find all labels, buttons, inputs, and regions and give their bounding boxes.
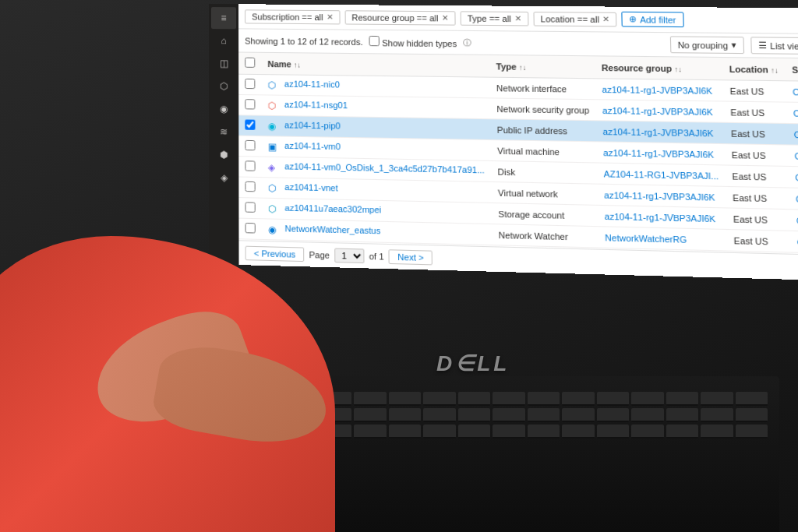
row-rg-cell: NetworkWatcherRG	[598, 227, 727, 251]
row-checkbox-3[interactable]	[245, 140, 255, 150]
show-hidden-checkbox[interactable]	[369, 36, 380, 46]
row-subscription-cell: CloudShare1	[786, 123, 798, 146]
type-filter[interactable]: Type == all ✕	[460, 11, 528, 26]
nav-icon-hex[interactable]: ⬢	[211, 143, 236, 166]
row-location-cell: East US	[727, 229, 791, 252]
records-info: Showing 1 to 12 of 12 records. Show hidd…	[245, 34, 471, 48]
row-location-cell: East US	[724, 122, 787, 145]
nav-icon-list[interactable]: ≋	[211, 121, 236, 143]
resource-rg-link-1[interactable]: az104-11-rg1-JVBP3AJI6K	[602, 105, 713, 117]
row-rg-cell: az104-11-rg1-JVBP3AJI6K	[598, 205, 727, 229]
nav-icon-menu[interactable]: ≡	[211, 7, 236, 29]
resource-rg-link-4[interactable]: AZ104-11-RG1-JVBP3AJI...	[604, 168, 719, 180]
nav-icon-home[interactable]: ⌂	[211, 30, 236, 51]
resource-type-icon-2: ◉	[268, 120, 279, 131]
row-subscription-cell: CloudShare1	[788, 166, 798, 188]
grouping-dropdown[interactable]: No grouping ▾	[670, 36, 744, 54]
location-filter-label: Location == all	[540, 14, 599, 24]
resource-name-link-3[interactable]: az104-11-vm0	[284, 141, 341, 152]
row-type-cell: Disk	[491, 160, 597, 184]
row-subscription-cell: CloudShare1	[789, 231, 798, 254]
resource-rg-link-3[interactable]: az104-11-rg1-JVBP3AJI6K	[603, 147, 714, 159]
location-filter[interactable]: Location == all ✕	[533, 12, 616, 26]
row-type-cell: Network Watcher	[492, 224, 598, 248]
grouping-chevron-icon: ▾	[731, 40, 736, 51]
add-filter-button[interactable]: ⊕ Add filter	[621, 12, 683, 27]
row-location-cell: East US	[723, 80, 786, 102]
row-type-cell: Public IP address	[490, 119, 596, 142]
resource-name-link-5[interactable]: az10411-vnet	[284, 182, 337, 193]
row-subscription-cell: CloudShare1	[787, 145, 798, 167]
resource-sub-link-0[interactable]: CloudShare1	[793, 86, 798, 97]
resource-type-icon-0: ⬡	[268, 79, 279, 90]
right-controls: No grouping ▾ ☰ List view	[670, 36, 798, 55]
resource-rg-link-0[interactable]: az104-11-rg1-JVBP3AJI6K	[602, 84, 712, 95]
subscription-filter-label: Subscription == all	[252, 12, 323, 22]
type-sort-icon: ↑↓	[519, 63, 527, 71]
location-sort-icon: ↑↓	[771, 66, 779, 75]
resource-name-link-1[interactable]: az104-11-nsg01	[284, 100, 348, 110]
info-icon: ⓘ	[463, 37, 471, 48]
row-type-cell: Storage account	[492, 203, 598, 226]
row-subscription-cell: CloudShare1	[789, 188, 798, 211]
row-rg-cell: AZ104-11-RG1-JVBP3AJI...	[597, 163, 726, 186]
row-checkbox-2[interactable]	[245, 119, 255, 129]
resource-sub-link-1[interactable]: CloudShare1	[793, 108, 798, 119]
row-type-cell: Virtual network	[491, 181, 598, 205]
row-checkbox-5[interactable]	[245, 181, 255, 192]
row-checkbox-cell	[238, 115, 261, 136]
location-column-header[interactable]: Location ↑↓	[722, 58, 786, 81]
row-rg-cell: az104-11-rg1-JVBP3AJI6K	[597, 184, 726, 208]
subscription-column-header[interactable]: Subscription	[785, 58, 798, 82]
select-all-header[interactable]	[238, 53, 261, 75]
list-view-button[interactable]: ☰ List view	[750, 37, 798, 55]
resource-type-icon-4: ◈	[268, 161, 279, 173]
resource-sub-link-2[interactable]: CloudShare1	[793, 129, 798, 140]
row-subscription-cell: CloudShare1	[786, 102, 798, 125]
location-filter-close[interactable]: ✕	[602, 15, 609, 23]
resource-group-column-header[interactable]: Resource group ↑↓	[595, 56, 722, 79]
resource-rg-link-6[interactable]: az104-11-rg1-JVBP3AJI6K	[605, 211, 716, 224]
resource-group-filter-close[interactable]: ✕	[442, 13, 448, 22]
resource-group-filter[interactable]: Resource group == all ✕	[344, 10, 455, 25]
row-checkbox-cell	[238, 74, 261, 95]
resource-rg-link-2[interactable]: az104-11-rg1-JVBP3AJI6K	[603, 126, 714, 138]
list-view-label: List view	[770, 41, 798, 51]
list-view-icon: ☰	[758, 41, 767, 51]
nav-icon-settings[interactable]: ◈	[211, 167, 236, 189]
add-filter-label: Add filter	[640, 15, 676, 25]
row-rg-cell: az104-11-rg1-JVBP3AJI6K	[595, 79, 724, 101]
person-red-jacket	[0, 197, 429, 532]
subscription-filter-close[interactable]: ✕	[327, 12, 333, 21]
resource-name-link-2[interactable]: az104-11-pip0	[284, 121, 341, 131]
subscription-filter[interactable]: Subscription == all ✕	[245, 9, 340, 24]
row-checkbox-1[interactable]	[245, 99, 255, 109]
row-location-cell: East US	[726, 208, 790, 231]
select-all-checkbox[interactable]	[245, 58, 255, 68]
nav-icon-resources[interactable]: ◫	[211, 52, 236, 75]
nav-icon-network[interactable]: ⬡	[211, 75, 236, 97]
resource-rg-link-5[interactable]: az104-11-rg1-JVBP3AJI6K	[604, 190, 715, 203]
resource-group-filter-label: Resource group == all	[351, 12, 438, 23]
row-checkbox-cell	[238, 94, 261, 115]
row-checkbox-4[interactable]	[245, 160, 255, 171]
nav-icon-monitor[interactable]: ◉	[211, 98, 236, 121]
row-rg-cell: az104-11-rg1-JVBP3AJI6K	[595, 100, 724, 123]
row-type-cell: Virtual machine	[491, 140, 597, 163]
resource-sub-link-4[interactable]: CloudShare1	[795, 172, 798, 183]
resource-sub-link-3[interactable]: CloudShare1	[794, 150, 798, 161]
row-location-cell: East US	[723, 101, 786, 123]
resource-name-link-4[interactable]: az104-11-vm0_OsDisk_1_3ca4c5d27b7b417a91…	[284, 162, 485, 175]
type-filter-close[interactable]: ✕	[514, 14, 521, 23]
resource-rg-link-7[interactable]: NetworkWatcherRG	[605, 232, 687, 244]
row-checkbox-cell	[238, 136, 261, 157]
row-rg-cell: az104-11-rg1-JVBP3AJI6K	[596, 142, 725, 165]
resource-name-link-0[interactable]: az104-11-nic0	[284, 79, 340, 90]
row-checkbox-cell	[238, 177, 261, 198]
type-column-header[interactable]: Type ↑↓	[489, 55, 595, 79]
name-column-header[interactable]: Name ↑↓	[261, 53, 489, 77]
resource-type-icon-3: ▣	[268, 141, 279, 153]
row-checkbox-0[interactable]	[245, 79, 255, 89]
resource-type-icon-5: ⬡	[268, 182, 279, 194]
row-type-cell: Network security group	[490, 98, 596, 121]
